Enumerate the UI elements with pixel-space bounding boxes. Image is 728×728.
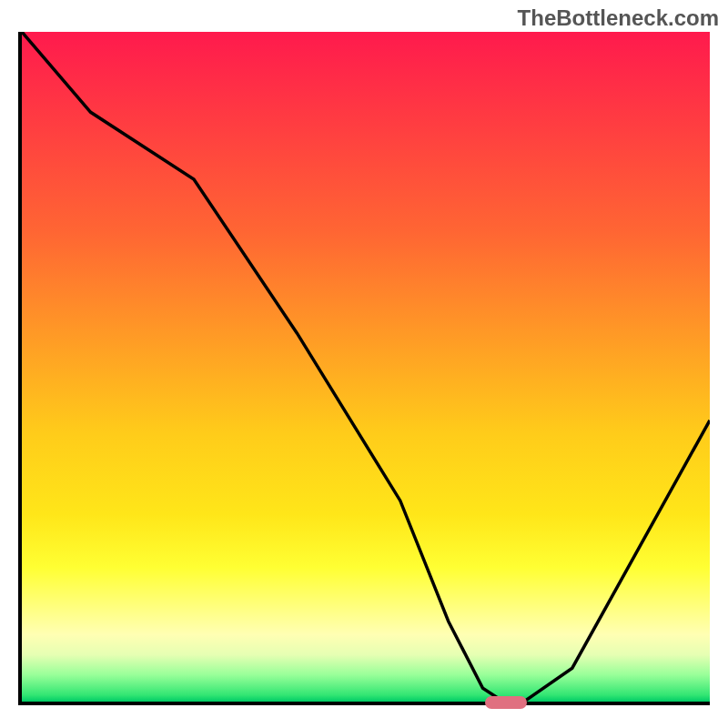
watermark-text: TheBottleneck.com xyxy=(518,5,719,31)
chart-curve xyxy=(22,32,710,702)
chart-plot-area xyxy=(18,32,710,705)
chart-marker xyxy=(485,696,527,709)
